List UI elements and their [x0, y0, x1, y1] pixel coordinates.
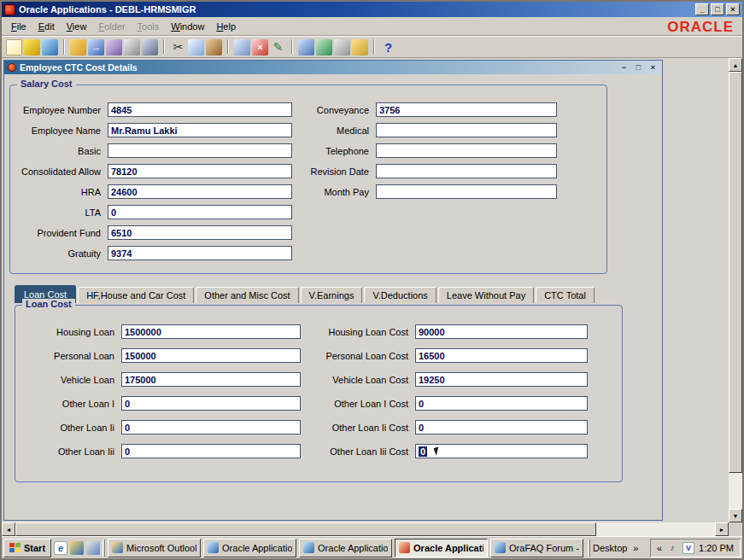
- tab-hf-house-and-car-cost[interactable]: HF,House and Car Cost: [78, 287, 194, 303]
- tab-leave-without-pay[interactable]: Leave Without Pay: [438, 287, 534, 303]
- task-button-outlook[interactable]: Microsoft Outlook We...: [108, 539, 201, 557]
- other-loan-i-input[interactable]: 0: [121, 396, 301, 411]
- vertical-scrollbar[interactable]: ▲ ▼: [729, 58, 742, 522]
- menu-help[interactable]: Help: [210, 19, 242, 34]
- task-label: Oracle Applications H...: [222, 543, 292, 553]
- gratuity-input[interactable]: 9374: [108, 246, 292, 260]
- clock[interactable]: 1:20 PM: [699, 543, 734, 553]
- other-loan-iii-input[interactable]: 0: [121, 444, 301, 458]
- tab-v-earnings[interactable]: V.Earnings: [301, 287, 363, 303]
- find-icon[interactable]: [24, 39, 40, 55]
- show-desktop-icon[interactable]: [86, 541, 100, 555]
- edit-field-icon[interactable]: ✎: [270, 39, 286, 55]
- other-loan-i-label: Other Loan I: [17, 399, 114, 409]
- salary-cost-group-label: Salary Cost: [17, 79, 76, 89]
- menu-folder[interactable]: Folder: [92, 19, 131, 34]
- taskbar: Start e Microsoft Outlook We... Oracle A…: [2, 536, 742, 558]
- form-titlebar: Employee CTC Cost Details − □ ×: [4, 61, 662, 74]
- other-loan-ii-input[interactable]: 0: [121, 420, 301, 435]
- tab-ctc-total[interactable]: CTC Total: [536, 287, 595, 303]
- menu-edit[interactable]: Edit: [32, 19, 61, 34]
- minimize-button[interactable]: _: [695, 3, 709, 15]
- conveyance-input[interactable]: 3756: [376, 102, 557, 117]
- form-minimize-icon[interactable]: −: [618, 62, 630, 73]
- other-loan-ii-cost-input[interactable]: 0: [415, 420, 588, 435]
- windows-flag-icon: [9, 543, 21, 552]
- field-row: Other Loan Ii 0 Other Loan Ii Cost 0: [17, 420, 588, 435]
- medical-input[interactable]: [376, 123, 557, 137]
- cut-icon[interactable]: ✂: [170, 39, 186, 55]
- housing-loan-input[interactable]: 1500000: [121, 324, 301, 339]
- task-button-oracle-application-active[interactable]: Oracle Application...: [395, 539, 488, 557]
- form-restore-icon[interactable]: □: [633, 62, 644, 73]
- consolidated-allow-label: Consolidated Allow: [12, 166, 101, 177]
- horizontal-scroll-thumb[interactable]: [15, 522, 596, 536]
- horizontal-scrollbar[interactable]: ◄ ►: [2, 522, 729, 536]
- other-loan-iii-label: Other Loan Iii: [17, 446, 114, 457]
- system-tray: « ♪ V 1:20 PM: [650, 539, 741, 557]
- other-loan-iii-cost-input[interactable]: 0: [415, 444, 588, 458]
- toolbar-separator: [291, 39, 293, 55]
- month-pay-input[interactable]: [376, 184, 557, 199]
- provident-fund-input[interactable]: 6510: [108, 225, 292, 240]
- folder-tools-icon[interactable]: [352, 39, 368, 55]
- chevron-right-icon[interactable]: »: [630, 540, 641, 556]
- internet-explorer-icon[interactable]: e: [54, 541, 67, 555]
- close-form-icon[interactable]: [142, 39, 158, 55]
- browser-icon: [303, 542, 314, 553]
- copy-icon[interactable]: [188, 39, 204, 55]
- month-pay-label: Month Pay: [258, 187, 369, 197]
- new-icon[interactable]: [6, 39, 22, 55]
- tray-expand-icon[interactable]: «: [657, 543, 662, 553]
- telephone-input[interactable]: [376, 143, 557, 158]
- zoom-icon[interactable]: [298, 39, 314, 55]
- field-row: Conveyance 3756: [258, 102, 557, 117]
- desktop-toolbar-label[interactable]: Desktop: [593, 543, 627, 553]
- revision-date-input[interactable]: [376, 164, 557, 178]
- menu-tools[interactable]: Tools: [132, 19, 166, 34]
- scroll-left-icon[interactable]: ◄: [2, 522, 15, 536]
- print-icon[interactable]: [124, 39, 140, 55]
- menu-file[interactable]: File: [5, 19, 32, 34]
- help-icon[interactable]: ?: [380, 39, 396, 55]
- vertical-scroll-thumb[interactable]: [729, 72, 742, 473]
- personal-loan-input[interactable]: 150000: [121, 348, 301, 363]
- menu-window[interactable]: Window: [165, 19, 210, 34]
- form-close-icon[interactable]: ×: [647, 62, 659, 73]
- next-step-icon[interactable]: →: [88, 39, 104, 55]
- clear-record-icon[interactable]: [234, 39, 250, 55]
- save-icon[interactable]: [70, 39, 86, 55]
- lta-input[interactable]: 0: [108, 205, 292, 219]
- other-loan-i-cost-input[interactable]: 0: [415, 396, 588, 411]
- vehicle-loan-input[interactable]: 175000: [121, 372, 301, 387]
- housing-loan-cost-input[interactable]: 90000: [415, 324, 588, 339]
- scroll-right-icon[interactable]: ►: [715, 522, 729, 536]
- network-agent-icon[interactable]: V: [682, 542, 694, 554]
- task-button-oracle-apps-2[interactable]: Oracle Applications 1...: [299, 539, 392, 557]
- tab-v-deductions[interactable]: V.Deductions: [364, 287, 436, 303]
- task-button-oracle-apps-1[interactable]: Oracle Applications H...: [203, 539, 296, 557]
- delete-record-icon[interactable]: ×: [252, 39, 268, 55]
- close-button[interactable]: ×: [726, 3, 740, 15]
- field-row: Basic: [12, 143, 292, 158]
- oracle-logo: ORACLE: [667, 19, 734, 36]
- field-row: Employee Name Mr.Ramu Lakki: [12, 123, 292, 137]
- show-navigator-icon[interactable]: [42, 39, 58, 55]
- attachments-icon[interactable]: [334, 39, 350, 55]
- start-button[interactable]: Start: [3, 539, 51, 557]
- outlook-icon[interactable]: [70, 541, 84, 555]
- maximize-button[interactable]: □: [711, 3, 724, 15]
- switch-responsibility-icon[interactable]: [106, 39, 122, 55]
- volume-icon[interactable]: ♪: [666, 542, 678, 554]
- task-button-orafaq[interactable]: OraFAQ Forum - Micr...: [490, 539, 583, 557]
- scroll-down-icon[interactable]: ▼: [729, 509, 742, 522]
- lta-label: LTA: [12, 207, 101, 218]
- menu-view[interactable]: View: [61, 19, 93, 34]
- paste-icon[interactable]: [206, 39, 222, 55]
- scroll-up-icon[interactable]: ▲: [729, 58, 742, 72]
- tab-other-and-misc-cost[interactable]: Other and Misc Cost: [196, 287, 298, 303]
- translations-icon[interactable]: [316, 39, 332, 55]
- vehicle-loan-cost-input[interactable]: 19250: [415, 372, 588, 387]
- application-window: Oracle Applications - DEBL-HRMSMIGR _ □ …: [0, 0, 744, 560]
- personal-loan-cost-input[interactable]: 16500: [415, 348, 588, 363]
